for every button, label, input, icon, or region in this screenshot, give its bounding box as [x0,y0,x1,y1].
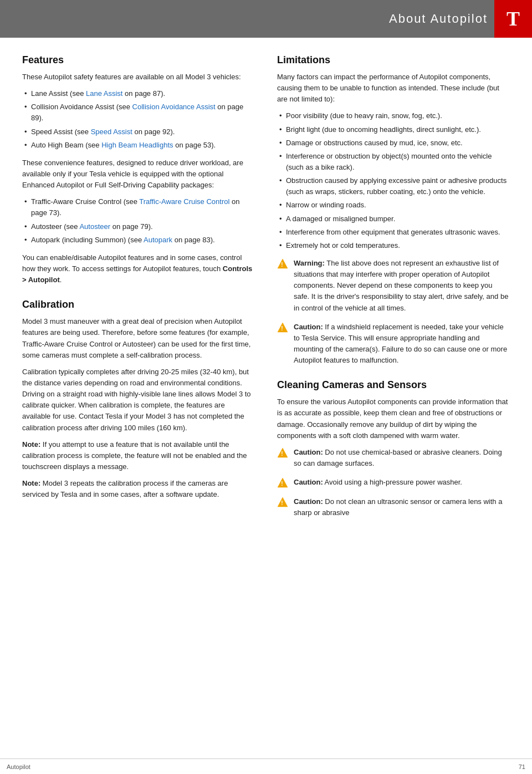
speed-assist-link[interactable]: Speed Assist [91,128,132,136]
cleaning-caution1-text: Caution: Do not use chemical-based or ab… [294,447,510,469]
limitations-intro: Many factors can impact the performance … [277,72,510,105]
limitations-section: Limitations Many factors can impact the … [277,54,510,366]
caution1-alert: ! Caution: If a windshield replacement i… [277,322,510,366]
cleaning-caution2-icon: ! [277,477,288,488]
list-item: Interference from other equipment that g… [277,227,510,238]
caution1-text: Caution: If a windshield replacement is … [294,322,510,366]
cleaning-caution1-icon: ! [277,447,288,459]
list-item: Extremely hot or cold temperatures. [277,240,510,251]
list-item: Poor visibility (due to heavy rain, snow… [277,110,510,121]
cleaning-caution3-text: Caution: Do not clean an ultrasonic sens… [294,496,510,518]
cleaning-intro: To ensure the various Autopilot componen… [277,396,510,441]
lane-assist-link[interactable]: Lane Assist [86,89,123,98]
collision-avoidance-link[interactable]: Collision Avoidance Assist [132,103,216,111]
cleaning-section: Cleaning Cameras and Sensors To ensure t… [277,379,510,518]
calibration-heading: Calibration [22,299,255,310]
list-item: Damage or obstructions caused by mud, ic… [277,138,510,149]
svg-text:!: ! [281,481,283,487]
high-beam-link[interactable]: High Beam Headlights [101,141,173,149]
list-item: Obstruction caused by applying excessive… [277,175,510,197]
cleaning-caution2-alert: ! Caution: Avoid using a high-pressure p… [277,477,510,488]
limitations-list: Poor visibility (due to heavy rain, snow… [277,110,510,251]
list-item: Interference or obstruction by object(s)… [277,151,510,173]
calibration-para1: Model 3 must maneuver with a great deal … [22,316,255,361]
convenience-intro: These convenience features, designed to … [22,157,255,191]
list-item: Collision Avoidance Assist (see Collisio… [22,101,255,124]
svg-text:!: ! [281,262,283,268]
calibration-note1: Note: If you attempt to use a feature th… [22,439,255,472]
tacc-link[interactable]: Traffic-Aware Cruise Control [139,197,229,206]
footer-section-label: Autopilot [7,763,30,770]
features-section: Features These Autopilot safety features… [22,54,255,286]
features-heading: Features [22,54,255,66]
safety-features-list: Lane Assist (see Lane Assist on page 87)… [22,88,255,151]
cleaning-caution1-alert: ! Caution: Do not use chemical-based or … [277,447,510,469]
warning-text: Warning: The list above does not represe… [294,258,510,314]
main-content: Features These Autopilot safety features… [0,38,532,565]
right-column: Limitations Many factors can impact the … [277,54,510,532]
list-item: Bright light (due to oncoming headlights… [277,124,510,135]
enable-text: You can enable/disable Autopilot feature… [22,252,255,286]
list-item: Traffic-Aware Cruise Control (see Traffi… [22,196,255,218]
list-item: Lane Assist (see Lane Assist on page 87)… [22,88,255,99]
cleaning-caution2-text: Caution: Avoid using a high-pressure pow… [294,477,510,488]
svg-text:!: ! [281,451,283,457]
warning-icon: ! [277,258,288,269]
warning-alert: ! Warning: The list above does not repre… [277,258,510,314]
convenience-features-list: Traffic-Aware Cruise Control (see Traffi… [22,196,255,246]
list-item: Autosteer (see Autosteer on page 79). [22,221,255,232]
page-footer: Autopilot 71 [0,758,532,774]
svg-text:!: ! [281,500,283,506]
tesla-t-icon: T [507,7,520,30]
autopark-link[interactable]: Autopark [144,236,172,244]
list-item: Auto High Beam (see High Beam Headlights… [22,140,255,151]
footer-page-number: 71 [519,763,525,770]
cleaning-heading: Cleaning Cameras and Sensors [277,379,510,391]
list-item: A damaged or misaligned bumper. [277,213,510,225]
list-item: Autopark (including Summon) (see Autopar… [22,235,255,246]
page-header: About Autopilot T [0,0,532,38]
cleaning-caution3-icon: ! [277,497,288,508]
calibration-section: Calibration Model 3 must maneuver with a… [22,299,255,500]
list-item: Narrow or winding roads. [277,200,510,211]
svg-text:!: ! [281,325,283,332]
calibration-note2: Note: Model 3 repeats the calibration pr… [22,478,255,500]
caution1-icon: ! [277,322,288,333]
cleaning-caution3-alert: ! Caution: Do not clean an ultrasonic se… [277,496,510,518]
list-item: Speed Assist (see Speed Assist on page 9… [22,126,255,138]
calibration-para2: Calibration typically completes after dr… [22,366,255,434]
features-intro: These Autopilot safety features are avai… [22,72,255,83]
autosteer-link[interactable]: Autosteer [79,222,110,231]
tesla-logo: T [494,0,532,38]
left-column: Features These Autopilot safety features… [22,54,255,532]
page-title: About Autopilot [389,12,488,26]
limitations-heading: Limitations [277,54,510,66]
